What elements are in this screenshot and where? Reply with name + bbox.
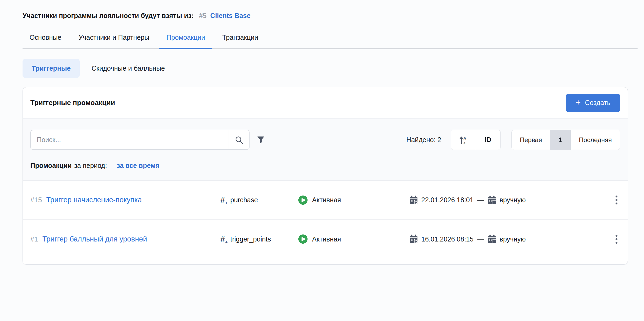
- filter-icon: [257, 136, 265, 144]
- toolbar-section: Найдено: 2 A z ID Первая 1: [23, 118, 628, 181]
- search-button[interactable]: [229, 130, 249, 149]
- promo-status: Активная: [312, 235, 341, 243]
- tab-uchastniki-i-partnery[interactable]: Участники и Партнеры: [72, 34, 156, 48]
- promo-start-date: 22.01.2026 18:01: [421, 196, 474, 204]
- period-row: Промоакции за период: за все время: [30, 162, 620, 169]
- pagination-first-button[interactable]: Первая: [512, 130, 550, 150]
- promo-code-cell: #+ purchase: [220, 196, 298, 204]
- promo-start-date: 16.01.2026 08:15: [421, 235, 474, 243]
- source-note-label: Участники программы лояльности будут взя…: [23, 12, 194, 20]
- promo-status: Активная: [312, 196, 341, 204]
- calendar-end-icon: [488, 196, 496, 205]
- trigger-promos-card: Триггерные промоакции + Создать: [23, 87, 628, 265]
- calendar-end-icon: [488, 235, 496, 244]
- promo-row: #1 Триггер балльный для уровней #+ trigg…: [23, 219, 628, 258]
- tab-promoakcii[interactable]: Промоакции: [159, 34, 212, 48]
- promo-code: purchase: [230, 196, 258, 204]
- card-footer-spacer: [23, 258, 628, 264]
- sort-by-id-button[interactable]: ID: [475, 130, 500, 150]
- row-menu-button[interactable]: [613, 193, 620, 207]
- pagination-current-page[interactable]: 1: [550, 130, 571, 150]
- promo-name-link[interactable]: Триггер начисление-покупка: [46, 196, 142, 204]
- period-label-bold: Промоакции: [30, 162, 72, 169]
- promo-status-cell: Активная: [298, 234, 409, 244]
- card-title: Триггерные промоакции: [30, 99, 115, 107]
- period-value-link[interactable]: за все время: [117, 162, 160, 169]
- sort-direction-button[interactable]: A z: [451, 130, 475, 150]
- create-button-label: Создать: [585, 99, 610, 107]
- hash-icon: #+: [220, 235, 225, 243]
- date-range-dash: —: [477, 196, 484, 204]
- promo-status-cell: Активная: [298, 195, 409, 205]
- search-icon: [235, 135, 244, 145]
- sort-group: A z ID: [451, 130, 501, 150]
- period-label: за период:: [74, 162, 107, 169]
- svg-text:A: A: [463, 136, 466, 140]
- calendar-start-icon: [409, 235, 418, 244]
- svg-text:z: z: [463, 140, 465, 145]
- promo-id: #15: [30, 196, 42, 204]
- status-active-icon: [298, 234, 308, 244]
- source-id: #5: [199, 12, 207, 20]
- tab-osnovnye[interactable]: Основные: [23, 34, 68, 48]
- toolbar-row: Найдено: 2 A z ID Первая 1: [30, 130, 620, 150]
- found-count: Найдено: 2: [406, 136, 441, 144]
- promo-name-link[interactable]: Триггер балльный для уровней: [42, 235, 147, 243]
- sort-az-icon: A z: [458, 135, 468, 145]
- hash-icon: #+: [220, 196, 225, 204]
- source-note: Участники программы лояльности будут взя…: [0, 0, 644, 20]
- pagination: Первая 1 Последняя: [511, 130, 620, 150]
- filter-button[interactable]: [257, 136, 265, 144]
- search-group: [30, 130, 250, 150]
- card-header: Триггерные промоакции + Создать: [23, 87, 628, 118]
- main-tabs: Основные Участники и Партнеры Промоакции…: [23, 34, 638, 49]
- subtab-skidochnye-i-ballnye[interactable]: Скидочные и балльные: [82, 59, 174, 78]
- search-input[interactable]: [31, 130, 229, 149]
- pagination-last-button[interactable]: Последняя: [571, 130, 620, 150]
- status-active-icon: [298, 195, 308, 205]
- source-link[interactable]: Clients Base: [210, 12, 251, 20]
- promo-name-cell: #15 Триггер начисление-покупка: [30, 196, 220, 204]
- promo-row: #15 Триггер начисление-покупка #+ purcha…: [23, 181, 628, 219]
- subtab-triggernye[interactable]: Триггерные: [23, 59, 80, 78]
- create-button[interactable]: + Создать: [566, 94, 620, 112]
- loyalty-program-page: Участники программы лояльности будут взя…: [0, 0, 644, 321]
- promo-code: trigger_points: [230, 235, 271, 243]
- calendar-start-icon: [409, 196, 418, 205]
- promo-dates-cell: 22.01.2026 18:01 — вручную: [409, 196, 609, 205]
- promo-dates-cell: 16.01.2026 08:15 — вручную: [409, 235, 609, 244]
- promo-code-cell: #+ trigger_points: [220, 235, 298, 243]
- promo-id: #1: [30, 235, 38, 243]
- row-menu-button[interactable]: [613, 233, 620, 246]
- promo-end-mode: вручную: [500, 196, 526, 204]
- plus-icon: +: [576, 98, 581, 107]
- date-range-dash: —: [477, 235, 484, 243]
- promo-subtabs: Триггерные Скидочные и балльные: [23, 59, 627, 78]
- tab-tranzakcii[interactable]: Транзакции: [215, 34, 265, 48]
- promo-end-mode: вручную: [500, 235, 526, 243]
- promo-name-cell: #1 Триггер балльный для уровней: [30, 235, 220, 243]
